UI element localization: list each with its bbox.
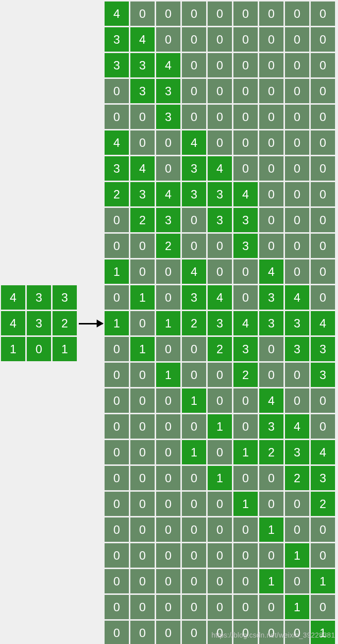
matrix-cell: 0 <box>156 285 180 310</box>
matrix-cell: 0 <box>130 569 155 593</box>
matrix-cell: 0 <box>311 285 335 310</box>
matrix-cell: 0 <box>285 182 309 206</box>
matrix-cell: 0 <box>182 234 206 258</box>
matrix-cell: 1 <box>53 337 77 361</box>
matrix-cell: 0 <box>182 595 206 619</box>
matrix-cell: 0 <box>208 543 232 568</box>
matrix-cell: 2 <box>259 440 283 464</box>
matrix-cell: 3 <box>311 363 335 387</box>
matrix-cell: 0 <box>182 569 206 593</box>
matrix-cell: 0 <box>182 208 206 232</box>
matrix-cell: 0 <box>156 388 180 413</box>
arrow-icon <box>79 323 103 324</box>
matrix-cell: 3 <box>233 337 258 361</box>
matrix-cell: 3 <box>259 311 283 335</box>
matrix-cell: 4 <box>208 285 232 310</box>
matrix-cell: 4 <box>233 182 258 206</box>
matrix-cell: 0 <box>156 259 180 284</box>
matrix-cell: 2 <box>208 337 232 361</box>
matrix-cell: 0 <box>182 517 206 542</box>
matrix-cell: 0 <box>208 105 232 129</box>
matrix-cell: 4 <box>182 259 206 284</box>
matrix-cell: 4 <box>311 440 335 464</box>
matrix-cell: 0 <box>105 414 129 439</box>
matrix-cell: 0 <box>285 517 309 542</box>
matrix-cell: 3 <box>259 414 283 439</box>
matrix-cell: 0 <box>259 363 283 387</box>
matrix-cell: 0 <box>105 234 129 258</box>
matrix-cell: 0 <box>233 388 258 413</box>
matrix-cell: 0 <box>105 440 129 464</box>
matrix-cell: 0 <box>233 414 258 439</box>
matrix-cell: 4 <box>105 1 129 26</box>
matrix-cell: 0 <box>233 285 258 310</box>
matrix-cell: 0 <box>233 105 258 129</box>
matrix-cell: 0 <box>259 337 283 361</box>
matrix-cell: 0 <box>105 285 129 310</box>
matrix-cell: 0 <box>208 517 232 542</box>
matrix-cell: 0 <box>182 1 206 26</box>
matrix-cell: 3 <box>156 105 180 129</box>
matrix-cell: 3 <box>259 285 283 310</box>
matrix-cell: 4 <box>259 259 283 284</box>
matrix-cell: 0 <box>208 53 232 77</box>
matrix-cell: 0 <box>156 156 180 181</box>
matrix-cell: 0 <box>208 234 232 258</box>
matrix-cell: 0 <box>311 595 335 619</box>
matrix-cell: 0 <box>259 53 283 77</box>
matrix-cell: 3 <box>233 234 258 258</box>
matrix-cell: 0 <box>311 543 335 568</box>
matrix-cell: 0 <box>156 1 180 26</box>
matrix-cell: 4 <box>130 156 155 181</box>
matrix-cell: 1 <box>182 440 206 464</box>
matrix-cell: 0 <box>130 440 155 464</box>
matrix-cell: 0 <box>208 130 232 155</box>
matrix-cell: 0 <box>105 363 129 387</box>
matrix-cell: 0 <box>182 543 206 568</box>
matrix-cell: 0 <box>105 337 129 361</box>
matrix-cell: 0 <box>182 337 206 361</box>
matrix-cell: 1 <box>285 543 309 568</box>
matrix-cell: 0 <box>27 337 51 361</box>
matrix-cell: 1 <box>208 466 232 490</box>
matrix-cell: 0 <box>130 130 155 155</box>
matrix-cell: 0 <box>156 337 180 361</box>
matrix-cell: 1 <box>105 311 129 335</box>
matrix-cell: 4 <box>1 311 25 335</box>
matrix-cell: 1 <box>130 337 155 361</box>
matrix-cell: 3 <box>130 182 155 206</box>
matrix-cell: 3 <box>27 285 51 310</box>
matrix-cell: 1 <box>1 337 25 361</box>
matrix-cell: 1 <box>233 492 258 516</box>
matrix-cell: 0 <box>233 53 258 77</box>
matrix-cell: 0 <box>182 414 206 439</box>
matrix-cell: 3 <box>285 337 309 361</box>
matrix-cell: 0 <box>259 595 283 619</box>
matrix-cell: 4 <box>156 182 180 206</box>
matrix-cell: 0 <box>233 27 258 52</box>
matrix-cell: 4 <box>208 156 232 181</box>
matrix-cell: 0 <box>156 595 180 619</box>
matrix-cell: 0 <box>285 363 309 387</box>
matrix-cell: 3 <box>182 156 206 181</box>
matrix-cell: 0 <box>130 595 155 619</box>
matrix-cell: 0 <box>156 543 180 568</box>
matrix-cell: 0 <box>105 621 129 644</box>
right-matrix: 4000000003400000003340000000330000000030… <box>105 1 335 644</box>
matrix-cell: 0 <box>233 466 258 490</box>
matrix-cell: 0 <box>285 105 309 129</box>
matrix-cell: 2 <box>285 466 309 490</box>
matrix-cell: 3 <box>156 208 180 232</box>
matrix-cell: 0 <box>182 621 206 644</box>
matrix-cell: 3 <box>27 311 51 335</box>
matrix-cell: 1 <box>311 569 335 593</box>
matrix-cell: 1 <box>233 440 258 464</box>
matrix-cell: 0 <box>130 259 155 284</box>
matrix-cell: 0 <box>208 440 232 464</box>
matrix-cell: 2 <box>130 208 155 232</box>
matrix-cell: 3 <box>156 79 180 103</box>
matrix-cell: 0 <box>285 492 309 516</box>
matrix-cell: 0 <box>182 105 206 129</box>
matrix-cell: 0 <box>259 543 283 568</box>
matrix-cell: 0 <box>130 414 155 439</box>
